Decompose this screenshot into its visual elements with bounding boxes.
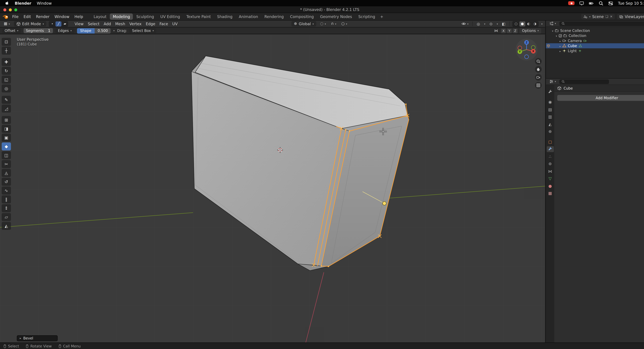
workspace-uv-editing[interactable]: UV Editing — [158, 13, 183, 20]
workspace-compositing[interactable]: Compositing — [287, 13, 317, 20]
tool-select-box[interactable]: ⊡ — [2, 38, 11, 46]
view-layer-selector[interactable]: ViewLayer ❏ ✕ — [617, 14, 644, 19]
viewport-canvas[interactable] — [0, 34, 545, 343]
properties-editor-type-selector[interactable]: ▾ — [548, 79, 557, 84]
properties-search-input[interactable] — [566, 79, 607, 84]
add-modifier-button[interactable]: Add Modifier — [557, 95, 644, 101]
tool-poly-build[interactable]: ◬ — [2, 169, 11, 177]
tool-loop-cut[interactable]: ◫ — [2, 151, 11, 159]
tab-output[interactable]: ▤ — [546, 106, 554, 112]
workspace-layout[interactable]: Layout — [91, 13, 110, 20]
transform-orientation-selector[interactable]: ⊕ Global ▾ — [291, 21, 316, 26]
tool-inset-faces[interactable]: ▣ — [2, 134, 11, 142]
menu-window[interactable]: Window — [52, 14, 72, 19]
viewport-menu-uv[interactable]: UV — [170, 21, 180, 26]
overlays-dropdown-icon[interactable]: ▾ — [497, 22, 498, 25]
bevel-affect-dropdown[interactable]: Edges ▾ — [56, 28, 74, 33]
outliner-search-input[interactable] — [566, 21, 644, 26]
add-workspace-button[interactable]: + — [378, 14, 386, 19]
tool-rip-region[interactable]: ◭ — [2, 222, 11, 230]
viewport-menu-mesh[interactable]: Mesh — [113, 21, 127, 26]
tab-data[interactable]: ▽ — [546, 175, 554, 181]
shading-material-preview[interactable]: ◐ — [526, 21, 532, 26]
mirror-z-toggle[interactable]: Z — [513, 28, 518, 33]
shading-solid[interactable]: ● — [520, 21, 526, 26]
collection-checkbox[interactable] — [558, 34, 563, 37]
battery-icon[interactable] — [589, 1, 594, 6]
gizmo-dropdown-icon[interactable]: ▾ — [484, 22, 485, 25]
viewport-menu-select[interactable]: Select — [86, 21, 102, 26]
tab-physics[interactable]: ⊚ — [546, 161, 554, 167]
macos-menu-window[interactable]: Window — [37, 1, 52, 5]
tool-rotate[interactable]: ↻ — [2, 67, 11, 75]
viewport-menu-vertex[interactable]: Vertex — [127, 21, 144, 26]
tab-texture[interactable]: ▦ — [546, 190, 554, 196]
tab-constraints[interactable]: ⋈ — [546, 168, 554, 174]
select-mode-edge[interactable]: ╱ — [56, 21, 62, 26]
disclosure-arrow-icon[interactable]: ▾ — [555, 34, 558, 37]
workspace-rendering[interactable]: Rendering — [262, 13, 287, 20]
outliner-search[interactable] — [560, 21, 644, 26]
show-overlays-toggle[interactable]: ⊙ — [488, 21, 494, 26]
menu-help[interactable]: Help — [72, 14, 86, 19]
gizmo-axis-x[interactable]: X — [531, 49, 536, 53]
show-gizmo-toggle[interactable]: ◎ — [475, 21, 482, 26]
disclosure-arrow-icon[interactable]: ▸ — [558, 49, 562, 52]
tab-particles[interactable]: ∴ — [546, 153, 554, 159]
tool-move[interactable]: ✚ — [2, 58, 11, 66]
tool-knife[interactable]: ✂ — [2, 160, 11, 168]
proportional-editing-selector[interactable]: ○▾ — [340, 21, 348, 26]
gizmo-axis-x-negative[interactable] — [518, 46, 522, 50]
workspace-animation[interactable]: Animation — [236, 13, 261, 20]
pan-button[interactable] — [535, 66, 542, 73]
select-mode-face[interactable]: ▰ — [62, 21, 68, 26]
camera-view-button[interactable] — [535, 74, 542, 81]
segments-field[interactable]: Segments 1 — [23, 28, 53, 33]
disclosure-arrow-icon[interactable]: ▸ — [558, 39, 562, 42]
tool-cursor[interactable]: ┼ — [2, 46, 11, 54]
control-center-icon[interactable] — [608, 1, 613, 6]
shading-rendered[interactable]: ◑ — [532, 21, 538, 26]
tab-tool[interactable] — [546, 89, 554, 95]
pivot-point-selector[interactable]: ◌▾ — [319, 21, 327, 26]
screen-recording-indicator[interactable] — [568, 1, 575, 5]
outliner-row-collection[interactable]: ▾ Collection — [546, 33, 644, 38]
outliner-row-light[interactable]: ▸ Light — [546, 48, 644, 53]
tab-view-layer[interactable]: ▥ — [546, 114, 554, 120]
tool-measure[interactable]: ◿ — [2, 105, 11, 113]
tool-edge-slide[interactable]: ∥ — [2, 195, 11, 203]
gizmo-axis-z-negative[interactable] — [524, 55, 528, 59]
shading-wireframe[interactable]: ○ — [513, 21, 519, 26]
outliner-editor-type-selector[interactable]: ▾ — [548, 21, 557, 26]
tab-modifiers[interactable] — [546, 146, 554, 152]
editor-type-selector[interactable]: ▦ ▾ — [2, 21, 11, 26]
select-mode-vertex[interactable]: ∙ — [49, 21, 55, 26]
tool-add-cube[interactable]: ⊞ — [2, 116, 11, 124]
display-icon[interactable] — [579, 1, 584, 6]
tool-transform[interactable]: ◎ — [2, 84, 11, 92]
tool-bevel[interactable]: ◆ — [2, 142, 11, 150]
workspace-geometry-nodes[interactable]: Geometry Nodes — [317, 13, 355, 20]
navigation-gizmo[interactable]: Z Y X — [515, 38, 538, 61]
tool-smooth[interactable]: ∿ — [2, 187, 11, 195]
operator-panel[interactable]: ▸ Bevel — [17, 335, 58, 341]
tool-options-dropdown[interactable]: Options ▾ — [520, 28, 541, 33]
tool-spin[interactable]: ↺ — [2, 178, 11, 186]
disclosure-arrow-icon[interactable]: ▾ — [551, 29, 554, 32]
viewport-menu-view[interactable]: View — [72, 21, 86, 26]
tool-extrude-region[interactable]: ◨ — [2, 125, 11, 133]
duplicate-scene-icon[interactable]: ❏ — [605, 15, 608, 18]
menu-render[interactable]: Render — [34, 14, 52, 19]
gizmo-axis-y[interactable]: Y — [518, 49, 522, 54]
workspace-scripting[interactable]: Scripting — [355, 13, 378, 20]
outliner-row-scene-collection[interactable]: ▾ Scene Collection — [546, 28, 644, 33]
shading-dropdown-icon[interactable]: ▾ — [541, 22, 542, 25]
spotlight-icon[interactable] — [599, 1, 604, 6]
tool-shear[interactable]: ▱ — [2, 213, 11, 221]
snapping-selector[interactable]: ∩▾ — [330, 21, 338, 26]
workspace-sculpting[interactable]: Sculpting — [134, 13, 157, 20]
disclosure-arrow-icon[interactable]: ▸ — [558, 44, 562, 47]
outliner-row-camera[interactable]: ▸ Camera — [546, 38, 644, 43]
gizmo-axis-z[interactable]: Z — [524, 40, 529, 45]
gizmo-axis-y-negative[interactable] — [531, 45, 535, 49]
